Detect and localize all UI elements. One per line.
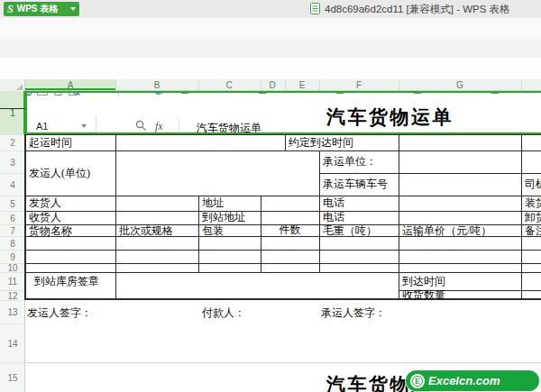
table-line <box>198 196 199 272</box>
row-header-5[interactable]: 5 <box>0 199 25 209</box>
table-border-left <box>24 134 26 300</box>
table-line <box>319 173 541 174</box>
wps-app-button[interactable]: S WPS 表格 <box>4 2 79 16</box>
table-line <box>25 134 541 135</box>
select-all-corner[interactable] <box>0 79 25 91</box>
table-line <box>25 196 541 196</box>
gutter-separator <box>0 272 24 273</box>
row-header-8[interactable]: 8 <box>0 239 25 249</box>
column-header-E[interactable]: E <box>299 80 306 90</box>
cell-phone-1[interactable]: 电话 <box>323 197 344 208</box>
gutter-separator <box>0 173 24 174</box>
row-header-1[interactable]: 1 <box>0 108 25 109</box>
sheet-gridline <box>25 362 541 363</box>
column-header-F[interactable]: F <box>356 80 362 90</box>
gutter-separator <box>0 263 24 264</box>
cell-shipper-unit[interactable]: 发运人(单位) <box>29 168 90 178</box>
cell-gross-weight[interactable]: 毛重（吨） <box>323 225 377 236</box>
cell-arrival-address[interactable]: 到站地址 <box>202 212 245 223</box>
header-tick <box>115 80 116 91</box>
cell-agreed-arrival[interactable]: 约定到达时间 <box>289 137 353 148</box>
watermark-text: Excelcn.com <box>428 374 500 387</box>
column-header-G[interactable]: G <box>456 80 463 90</box>
header-tick <box>319 80 320 91</box>
row-header-15[interactable]: 15 <box>0 373 25 383</box>
header-tick <box>198 80 199 91</box>
row-header-3[interactable]: 3 <box>0 158 25 168</box>
table-line <box>399 134 399 300</box>
cell-address[interactable]: 地址 <box>202 197 224 208</box>
formula-bar: A1 fx 汽车货物运单 <box>0 58 541 80</box>
row-header-2[interactable]: 2 <box>0 138 25 148</box>
gutter-separator <box>0 224 24 225</box>
gutter-separator <box>0 211 24 212</box>
header-tick <box>285 80 286 91</box>
column-header-B[interactable]: B <box>154 80 160 90</box>
cell-carrier-unit[interactable]: 承运单位： <box>323 156 377 167</box>
cell-consignee[interactable]: 收货人 <box>29 212 61 223</box>
wps-logo-icon: S <box>7 4 14 14</box>
table-line <box>25 150 541 151</box>
wps-spreadsheet-window: S WPS 表格 4d8c69a6d2cd11 [兼容模式] - WPS 表格 … <box>0 0 541 392</box>
cell-remark[interactable]: 备注 <box>525 225 541 236</box>
gutter-separator <box>0 196 24 196</box>
gutter-separator <box>0 324 24 324</box>
gutter-separator <box>0 236 24 237</box>
cell-piece-count[interactable]: 件数 <box>261 224 319 235</box>
cell-batch-spec[interactable]: 批次或规格 <box>119 225 173 236</box>
table-line <box>25 263 541 264</box>
cell-unit-price[interactable]: 运输单价（元/吨） <box>402 225 491 236</box>
gutter-separator <box>0 250 24 251</box>
logo-medallion-icon: E <box>410 374 425 388</box>
cell-driver[interactable]: 司机 <box>525 178 541 189</box>
excelcn-watermark-logo: E Excelcn.com <box>406 370 539 391</box>
caret-down-icon <box>70 7 76 11</box>
cell-sig-payer[interactable]: 付款人： <box>202 307 245 318</box>
document-icon <box>310 3 320 14</box>
table-line <box>115 134 116 300</box>
selected-cell-border[interactable] <box>25 91 541 134</box>
cell-unloading[interactable]: 卸货 <box>525 212 541 223</box>
window-title: 4d8c69a6d2cd11 [兼容模式] - WPS 表格 <box>325 3 510 16</box>
gutter-separator <box>0 300 24 301</box>
table-line <box>521 134 522 300</box>
cell-phone-2[interactable]: 电话 <box>323 212 344 223</box>
column-header-D[interactable]: D <box>269 80 275 90</box>
header-tick <box>521 80 522 91</box>
quick-toolbar: P W 4d8c...1 * × 4d8c...1 * × <box>0 40 541 59</box>
table-line <box>25 250 541 251</box>
cell-received-qty[interactable]: 收货数量 <box>402 289 445 300</box>
cell-loading[interactable]: 装货 <box>525 197 541 208</box>
row-header-6[interactable]: 6 <box>0 214 25 223</box>
cell-goods-name[interactable]: 货物名称 <box>29 225 72 236</box>
row-header-7[interactable]: 7 <box>0 226 25 236</box>
table-line <box>25 211 541 212</box>
table-border-bottom <box>25 298 541 300</box>
cell-depart-time[interactable]: 起运时间 <box>29 137 72 148</box>
gutter-separator <box>0 134 24 135</box>
menu-bar: 开始 插入 页面布局 公式 数据 审阅 视图 开发工具 云服务 <box>0 18 541 41</box>
header-tick <box>399 80 399 91</box>
cell-sig-carrier[interactable]: 承运人签字： <box>321 307 386 318</box>
row-header-13[interactable]: 13 <box>0 307 25 317</box>
table-line <box>25 272 541 273</box>
row-header-9[interactable]: 9 <box>0 252 25 262</box>
app-name: WPS 表格 <box>17 3 59 15</box>
cell-arrival-time[interactable]: 到达时间 <box>402 276 445 287</box>
column-header-C[interactable]: C <box>225 80 232 90</box>
table-line <box>285 134 286 150</box>
cell-sig-shipper[interactable]: 发运人签字： <box>27 307 92 318</box>
row-header-11[interactable]: 11 <box>0 277 25 287</box>
row-header-14[interactable]: 14 <box>0 339 25 349</box>
cell-packaging[interactable]: 包装 <box>202 225 224 236</box>
row-header-4[interactable]: 4 <box>0 180 25 190</box>
gutter-separator <box>0 150 24 151</box>
cell-consignor[interactable]: 发货人 <box>29 197 61 208</box>
column-header-A[interactable]: A <box>68 80 74 90</box>
header-tick <box>261 80 261 91</box>
titlebar: S WPS 表格 4d8c69a6d2cd11 [兼容模式] - WPS 表格 <box>0 0 541 18</box>
cell-warehouse-seal[interactable]: 到站库房签章 <box>34 276 99 287</box>
gutter-separator <box>0 290 24 291</box>
cell-carrier-vehicle[interactable]: 承运车辆车号 <box>323 178 388 189</box>
gutter-separator <box>0 362 24 363</box>
